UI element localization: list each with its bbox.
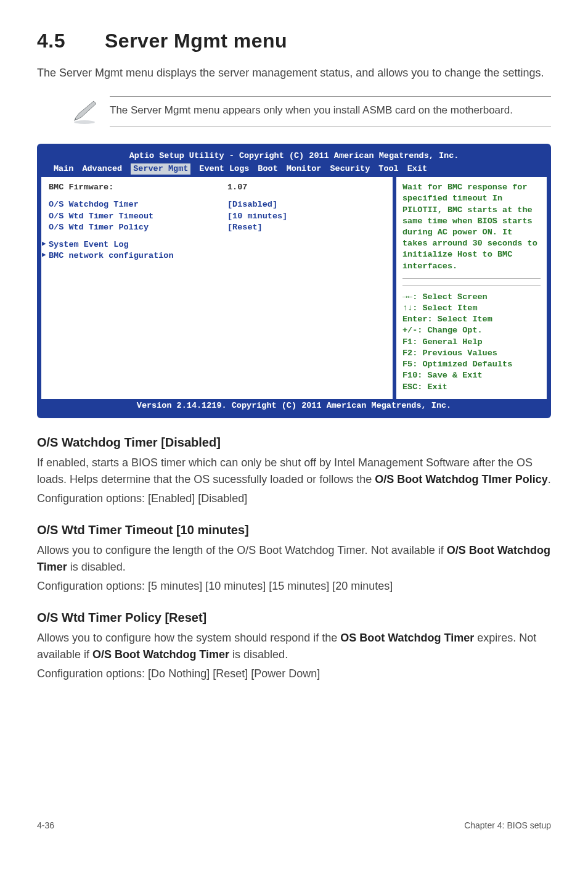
bios-menu-item: Exit [407, 163, 427, 175]
bios-menu-item: Tool [378, 163, 398, 175]
body-paragraph: If enabled, starts a BIOS timer which ca… [37, 455, 551, 488]
bios-option-row: O/S Watchdog Timer[Disabled] [49, 199, 385, 210]
text-run: Configuration options: [Do Nothing] [Res… [37, 667, 320, 680]
bios-menu-item: Security [330, 163, 370, 175]
bios-key-hint: ESC: Exit [402, 382, 541, 393]
bmc-firmware-label: BMC Firmware: [49, 182, 227, 193]
bios-submenu-label: BMC network configuration [49, 251, 174, 260]
bios-header: Aptio Setup Utility - Copyright (C) 2011… [41, 148, 547, 177]
triangle-icon: ▶ [42, 239, 46, 249]
subsection-heading: O/S Watchdog Timer [Disabled] [37, 435, 551, 450]
body-paragraph: Allows you to configure the length of th… [37, 542, 551, 576]
text-run: Configuration options: [5 minutes] [10 m… [37, 580, 393, 592]
bios-key-hint: F10: Save & Exit [402, 370, 541, 381]
bios-divider [402, 285, 541, 286]
bios-menu-item: Advanced [82, 163, 122, 175]
bios-key-hint: Enter: Select Item [402, 314, 541, 325]
bios-option-value: [Reset] [227, 222, 263, 233]
bios-submenu-link: ▶BMC network configuration [49, 250, 385, 262]
svg-marker-1 [75, 101, 96, 120]
svg-point-0 [74, 120, 95, 124]
pencil-icon [71, 96, 97, 125]
note-text: The Server Mgmt menu appears only when y… [110, 96, 551, 126]
bios-key-hint: F5: Optimized Defaults [402, 359, 541, 370]
bios-key-hint: F1: General Help [402, 337, 541, 348]
bios-divider [402, 278, 541, 279]
body-paragraph: Allows you to configure how the system s… [37, 630, 551, 663]
bios-menu-item: Boot [258, 163, 277, 175]
bios-key-hint: +/-: Change Opt. [402, 325, 541, 336]
bios-menu-item: Monitor [287, 163, 322, 175]
bios-option-label: O/S Wtd Timer Timeout [49, 211, 227, 222]
bios-menu-item: Event Logs [199, 163, 249, 175]
footer-page-number: 4-36 [37, 820, 54, 830]
bios-right-pane: Wait for BMC response for specified time… [393, 177, 547, 399]
footer-chapter: Chapter 4: BIOS setup [464, 820, 551, 830]
text-run: Allows you to configure how the system s… [37, 632, 340, 644]
text-run: is disabled. [229, 648, 288, 661]
note-block: The Server Mgmt menu appears only when y… [71, 96, 551, 126]
bios-screenshot: Aptio Setup Utility - Copyright (C) 2011… [37, 144, 551, 418]
section-number: 4.5 [37, 30, 105, 52]
subsection-heading: O/S Wtd Timer Timeout [10 minutes] [37, 523, 551, 537]
bios-left-pane: BMC Firmware: 1.07 O/S Watchdog Timer[Di… [41, 177, 393, 399]
bios-submenu-link: ▶System Event Log [49, 239, 385, 250]
bios-help-text: Wait for BMC response for specified time… [402, 182, 541, 272]
text-run: is disabled. [67, 561, 126, 573]
body-paragraph: Configuration options: [Enabled] [Disabl… [37, 490, 551, 507]
bold-text: O/S Boot Watchdog TImer Policy [375, 473, 547, 485]
bios-option-row: O/S Wtd Timer Policy[Reset] [49, 222, 385, 233]
bios-option-row: O/S Wtd Timer Timeout[10 minutes] [49, 211, 385, 222]
bios-submenu-label: System Event Log [49, 240, 129, 249]
bmc-firmware-value: 1.07 [227, 182, 247, 193]
text-run: . [548, 473, 551, 485]
bios-menu-item: Server Mgmt [131, 163, 190, 175]
bios-key-hint: ↑↓: Select Item [402, 303, 541, 314]
bios-key-hint: F2: Previous Values [402, 348, 541, 359]
bios-key-hint: →←: Select Screen [402, 292, 541, 303]
bios-option-value: [Disabled] [227, 199, 277, 210]
bold-text: OS Boot Watchdog Timer [340, 632, 474, 644]
intro-paragraph: The Server Mgmt menu displays the server… [37, 65, 551, 81]
bios-option-label: O/S Watchdog Timer [49, 199, 227, 210]
section-heading: 4.5Server Mgmt menu [37, 30, 551, 52]
bios-menu-item: Main [54, 163, 73, 175]
bold-text: O/S Boot Watchdog Timer [92, 648, 229, 661]
bios-option-label: O/S Wtd Timer Policy [49, 222, 227, 233]
page-footer: 4-36 Chapter 4: BIOS setup [0, 820, 588, 851]
bios-title: Aptio Setup Utility - Copyright (C) 2011… [49, 151, 539, 163]
bios-footer: Version 2.14.1219. Copyright (C) 2011 Am… [41, 399, 547, 414]
body-paragraph: Configuration options: [Do Nothing] [Res… [37, 666, 551, 682]
bios-option-value: [10 minutes] [227, 211, 287, 222]
subsection-heading: O/S Wtd Timer Policy [Reset] [37, 611, 551, 625]
text-run: Configuration options: [Enabled] [Disabl… [37, 492, 247, 505]
body-paragraph: Configuration options: [5 minutes] [10 m… [37, 578, 551, 595]
text-run: Allows you to configure the length of th… [37, 544, 447, 556]
triangle-icon: ▶ [42, 250, 46, 260]
section-title: Server Mgmt menu [105, 30, 287, 52]
bios-menu: MainAdvancedServer MgmtEvent LogsBootMon… [49, 163, 539, 177]
